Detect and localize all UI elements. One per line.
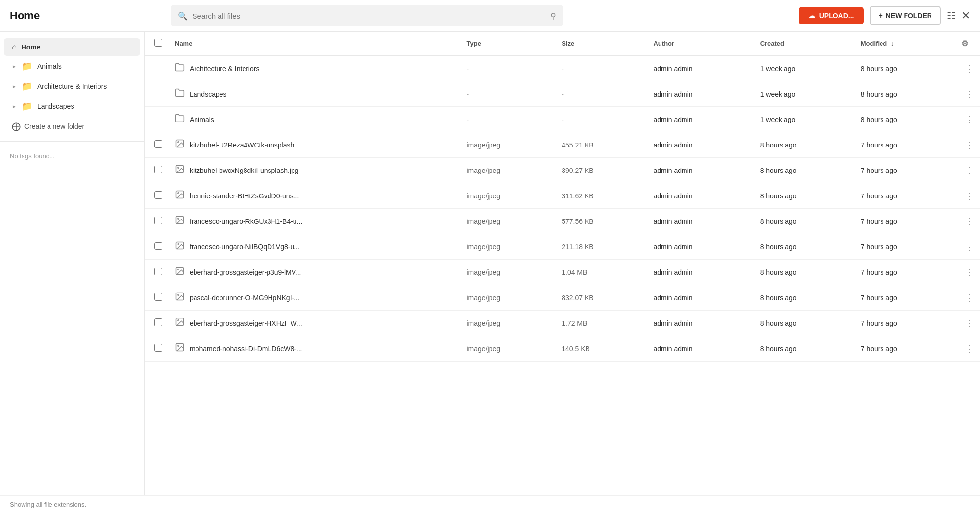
row-type-cell: -: [461, 107, 556, 132]
search-input[interactable]: [193, 12, 545, 20]
select-all-checkbox[interactable]: [154, 39, 162, 47]
table-row: francesco-ungaro-RkGUx3H1-B4-u... image/…: [145, 209, 980, 234]
row-name-cell: pascal-debrunner-O-MG9HpNKgI-...: [169, 285, 461, 311]
row-name-cell: Animals: [169, 107, 461, 132]
row-name-cell: eberhard-grossgasteiger-p3u9-lMV...: [169, 260, 461, 285]
row-checkbox[interactable]: [154, 293, 162, 301]
row-checkbox[interactable]: [154, 166, 162, 173]
row-menu-cell: ⋮: [956, 336, 980, 362]
main-content: Name Type Size Author Created Modified ↓…: [145, 32, 980, 495]
settings-icon[interactable]: ⚙: [961, 39, 968, 48]
sidebar-item-home[interactable]: ⌂ Home: [4, 38, 140, 56]
row-menu-button[interactable]: ⋮: [965, 89, 974, 99]
close-button[interactable]: ✕: [961, 9, 970, 22]
row-modified-cell: 7 hours ago: [855, 132, 956, 158]
row-name-cell: Architecture & Interiors: [169, 55, 461, 81]
file-name: Architecture & Interiors: [190, 65, 259, 73]
row-menu-button[interactable]: ⋮: [965, 191, 974, 201]
table-row: kitzbuhel-bwcxNg8dkiI-unsplash.jpg image…: [145, 158, 980, 183]
svg-point-3: [178, 167, 179, 169]
row-created-cell: 8 hours ago: [755, 209, 855, 234]
col-header-settings: ⚙: [956, 32, 980, 55]
folder-icon: 📁: [22, 61, 32, 72]
filter-icon[interactable]: ⚲: [550, 11, 556, 21]
row-checkbox[interactable]: [154, 268, 162, 275]
folder-icon: [175, 88, 185, 100]
row-name-cell: eberhard-grossgasteiger-HXHzI_W...: [169, 311, 461, 336]
sidebar-item-landscapes[interactable]: ► 📁 Landscapes: [4, 97, 140, 116]
col-header-modified[interactable]: Modified ↓: [855, 32, 956, 55]
row-name-cell: mohamed-nohassi-Di-DmLD6cW8-...: [169, 336, 461, 362]
table-row: eberhard-grossgasteiger-p3u9-lMV... imag…: [145, 260, 980, 285]
sidebar-item-architecture[interactable]: ► 📁 Architecture & Interiors: [4, 76, 140, 96]
row-menu-button[interactable]: ⋮: [965, 140, 974, 150]
svg-point-9: [178, 244, 179, 245]
row-menu-button[interactable]: ⋮: [965, 64, 974, 73]
row-modified-cell: 8 hours ago: [855, 55, 956, 81]
row-checkbox[interactable]: [154, 140, 162, 148]
svg-point-17: [178, 345, 179, 347]
row-created-cell: 8 hours ago: [755, 234, 855, 260]
row-size-cell: -: [556, 107, 647, 132]
row-menu-button[interactable]: ⋮: [965, 242, 974, 252]
image-icon: [175, 215, 185, 227]
row-menu-button[interactable]: ⋮: [965, 268, 974, 277]
folder-icon: 📁: [22, 81, 32, 92]
file-name: hennie-stander-BtHtZsGvdD0-uns...: [190, 192, 299, 200]
row-created-cell: 1 week ago: [755, 81, 855, 107]
row-created-cell: 8 hours ago: [755, 311, 855, 336]
row-type-cell: -: [461, 81, 556, 107]
sidebar-tags: No tags found...: [0, 147, 144, 166]
row-menu-button[interactable]: ⋮: [965, 166, 974, 175]
search-icon: 🔍: [178, 11, 188, 21]
file-name: eberhard-grossgasteiger-p3u9-lMV...: [190, 269, 301, 276]
row-checkbox[interactable]: [154, 217, 162, 224]
create-folder-item[interactable]: ⨁ Create a new folder: [4, 117, 140, 136]
row-author-cell: admin admin: [647, 183, 754, 209]
row-check-cell: [145, 107, 169, 132]
image-icon: [175, 266, 185, 278]
header: Home 🔍 ⚲ ☁ UPLOAD... + NEW FOLDER ☷ ✕: [0, 0, 980, 32]
sidebar-item-animals[interactable]: ► 📁 Animals: [4, 56, 140, 76]
row-menu-cell: ⋮: [956, 158, 980, 183]
row-menu-cell: ⋮: [956, 81, 980, 107]
new-folder-button[interactable]: + NEW FOLDER: [870, 6, 941, 25]
row-menu-button[interactable]: ⋮: [965, 217, 974, 226]
row-modified-cell: 7 hours ago: [855, 209, 956, 234]
row-checkbox[interactable]: [154, 191, 162, 199]
row-checkbox[interactable]: [154, 318, 162, 326]
row-checkbox[interactable]: [154, 242, 162, 250]
row-menu-cell: ⋮: [956, 260, 980, 285]
row-menu-cell: ⋮: [956, 234, 980, 260]
row-type-cell: image/jpeg: [461, 285, 556, 311]
footer: Showing all file extensions.: [0, 495, 980, 513]
svg-point-5: [178, 193, 179, 194]
folder-icon: [175, 113, 185, 125]
row-checkbox[interactable]: [154, 344, 162, 352]
row-menu-button[interactable]: ⋮: [965, 344, 974, 354]
row-modified-cell: 7 hours ago: [855, 234, 956, 260]
grid-view-button[interactable]: ☷: [947, 10, 956, 22]
upload-button[interactable]: ☁ UPLOAD...: [799, 7, 864, 24]
row-name-cell: hennie-stander-BtHtZsGvdD0-uns...: [169, 183, 461, 209]
row-created-cell: 8 hours ago: [755, 285, 855, 311]
row-author-cell: admin admin: [647, 336, 754, 362]
row-menu-button[interactable]: ⋮: [965, 293, 974, 303]
svg-point-7: [178, 218, 179, 220]
row-name-cell: Landscapes: [169, 81, 461, 107]
row-size-cell: 1.04 MB: [556, 260, 647, 285]
row-menu-button[interactable]: ⋮: [965, 318, 974, 328]
expand-arrow-icon: ►: [12, 104, 17, 109]
create-folder-label: Create a new folder: [24, 122, 84, 130]
file-name: mohamed-nohassi-Di-DmLD6cW8-...: [190, 345, 302, 353]
home-icon: ⌂: [12, 43, 17, 51]
sidebar-divider: [0, 141, 144, 142]
row-modified-cell: 7 hours ago: [855, 158, 956, 183]
file-table: Name Type Size Author Created Modified ↓…: [145, 32, 980, 362]
col-header-author: Author: [647, 32, 754, 55]
row-type-cell: -: [461, 55, 556, 81]
image-icon: [175, 292, 185, 304]
row-menu-button[interactable]: ⋮: [965, 115, 974, 124]
expand-arrow-icon: ►: [12, 64, 17, 69]
upload-icon: ☁: [808, 12, 815, 20]
